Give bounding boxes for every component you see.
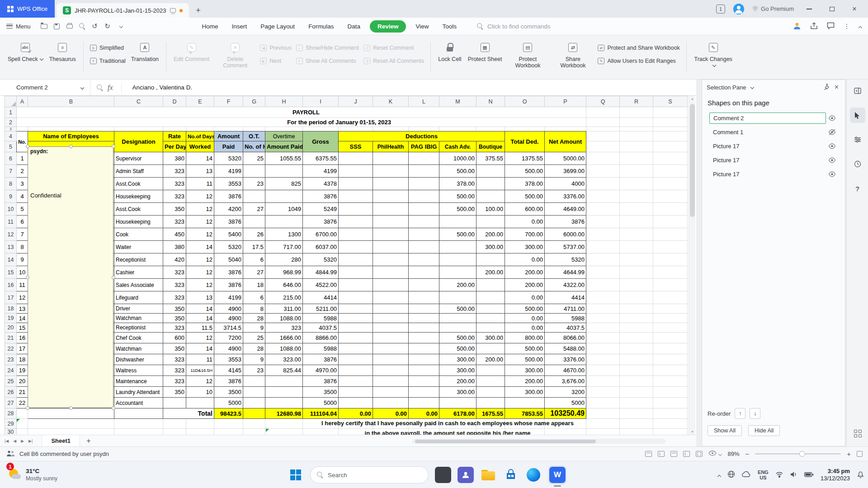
cell-E6[interactable]: 14 [186,152,214,165]
cell-L6[interactable] [409,152,439,165]
cell-H7[interactable] [265,165,303,178]
reset-comment-button[interactable]: ↺Reset Comment [363,43,424,52]
cell-P14[interactable]: 5320 [545,253,586,266]
cell-G10[interactable]: 27 [243,203,265,216]
header-name-of-employees[interactable]: Name of Employees [28,131,114,141]
cell-I22[interactable]: 5988 [303,343,339,354]
cell-F21[interactable]: 7200 [214,333,243,343]
row-header-13[interactable]: 13 [5,241,17,253]
header-pag-ibig[interactable]: PAG IBIG [409,141,439,152]
page-layout-view-icon[interactable] [658,451,665,457]
column-header-A[interactable]: A [17,96,28,107]
cell-A25[interactable]: 20 [17,376,28,387]
cell-P15[interactable]: 4644.99 [545,266,586,279]
cell-Q1[interactable] [586,107,620,118]
cell-L26[interactable] [409,387,439,398]
cell-K26[interactable] [373,387,409,398]
previous-comment-button[interactable]: ◀Previous [260,43,292,52]
column-header-J[interactable]: J [339,96,373,107]
cell-I12[interactable]: 6700.00 [303,228,339,241]
shape-label[interactable]: Comment 1 [709,127,826,137]
cell-F16[interactable]: 3876 [214,279,243,291]
cell-I8[interactable]: 4378 [303,178,339,190]
zoom-slider-knob[interactable] [799,451,805,457]
column-header-O[interactable]: O [505,96,545,107]
cell-P20[interactable]: 4037.5 [545,323,586,333]
delete-comment-button[interactable]: ✕ Delete Comment [212,39,258,69]
cell-S8[interactable] [653,178,688,190]
print-preview-icon[interactable] [77,20,88,32]
header-days-worked[interactable]: Worked [186,141,214,152]
cell-Q9[interactable] [586,190,620,203]
cell-R1[interactable] [620,107,653,118]
close-pane-icon[interactable]: × [833,83,840,91]
cell-Q10[interactable] [586,203,620,216]
menu-tab-data[interactable]: Data [340,18,367,35]
cell-I10[interactable]: 5249 [303,203,339,216]
app-icon-store[interactable] [503,467,519,483]
cell-J7[interactable] [339,165,373,178]
row-header-30[interactable]: 30 [5,429,17,435]
cell-G11[interactable] [243,216,265,228]
cell-H6[interactable]: 1055.55 [265,152,303,165]
cell-I6[interactable]: 6375.55 [303,152,339,165]
cell-L3[interactable] [409,127,439,131]
header-boutique[interactable]: Boutique [476,141,505,152]
cell-D6[interactable]: 380 [163,152,186,165]
row-header-26[interactable]: 26 [5,387,17,398]
cell-C10[interactable]: Asst.Cook [114,203,163,216]
zoom-slider[interactable] [755,453,841,455]
cell-O15[interactable]: 200.00 [505,266,545,279]
cell-O8[interactable]: 378.00 [505,178,545,190]
cell-A18[interactable]: 13 [17,304,28,314]
cell-C16[interactable]: Sales Associate [114,279,163,291]
cell-F15[interactable]: 3876 [214,266,243,279]
cell-E29[interactable] [186,419,214,429]
cell-Q17[interactable] [586,291,620,304]
page-break-view-icon[interactable] [696,451,703,457]
cell-N9[interactable] [476,190,505,203]
formula-content[interactable]: Anciano , Valentina D. [132,84,193,91]
cell-C12[interactable]: Cook [114,228,163,241]
row-header-4[interactable]: 4 [5,131,17,141]
cell-F19[interactable]: 4900 [214,314,243,323]
row-header-18[interactable]: 18 [5,304,17,314]
cell-C15[interactable]: Cashier [114,266,163,279]
menu-tab-review[interactable]: Review [370,20,406,33]
cell-D18[interactable]: 350 [163,304,186,314]
grid-view-icon[interactable] [683,451,690,457]
cell-J11[interactable] [339,216,373,228]
cell-I27[interactable]: 5000 [303,398,339,408]
cell-N15[interactable]: 200.00 [476,266,505,279]
cell-R14[interactable] [620,253,653,266]
cell-R23[interactable] [620,354,653,365]
cell-M13[interactable] [439,241,476,253]
cell-M16[interactable]: 200.00 [439,279,476,291]
header-ot[interactable]: O.T. [243,131,265,141]
row-header-16[interactable]: 16 [5,279,17,291]
notification-bell-icon[interactable] [857,470,864,479]
cell-S28[interactable] [653,408,688,419]
cell-G12[interactable]: 26 [243,228,265,241]
cell-E3[interactable] [186,127,214,131]
cell-S27[interactable] [653,398,688,408]
view-mode-icon[interactable] [645,451,652,457]
row-header-20[interactable]: 20 [5,323,17,333]
row-header-6[interactable]: 6 [5,152,17,165]
cell-P16[interactable]: 4322.00 [545,279,586,291]
cell-O28[interactable]: 7853.55 [505,408,545,419]
share-icon[interactable] [810,22,818,31]
normal-view-icon[interactable] [670,451,677,457]
cell-F11[interactable]: 3876 [214,216,243,228]
cell-A3[interactable] [17,127,28,131]
cell-H9[interactable] [265,190,303,203]
cell-S20[interactable] [653,323,688,333]
cell-J27[interactable] [339,398,373,408]
cell-L27[interactable] [409,398,439,408]
cell-L14[interactable] [409,253,439,266]
cell-E30[interactable] [186,429,214,435]
cell-E21[interactable]: 12 [186,333,214,343]
cell-C18[interactable]: Driver [114,304,163,314]
cell-H11[interactable] [265,216,303,228]
cell-L7[interactable] [409,165,439,178]
